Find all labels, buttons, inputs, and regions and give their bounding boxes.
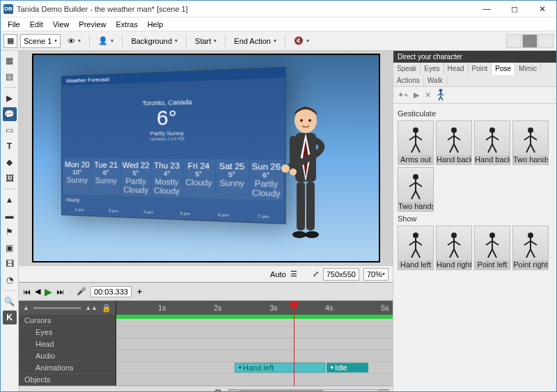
tool-film[interactable]: 🎞: [3, 257, 17, 271]
layout-2[interactable]: [522, 34, 538, 48]
tool-zoom[interactable]: 🔍: [3, 295, 17, 308]
lane-cursors[interactable]: [116, 315, 393, 327]
footer-align-icon[interactable]: ☰: [290, 269, 297, 279]
layout-3[interactable]: [538, 34, 554, 48]
canvas[interactable]: Weather Forecast Toronto, Canada 6° Part…: [32, 54, 380, 262]
track-head[interactable]: Head: [19, 338, 116, 350]
lane-head[interactable]: [116, 338, 393, 350]
tl-magnet-icon[interactable]: ∪: [48, 389, 54, 391]
character[interactable]: [274, 101, 337, 254]
track-animations[interactable]: Animations: [19, 362, 116, 374]
timeline-grid[interactable]: 1s2s3s4s5s6s7s ✦Hand left ✦ Idle: [116, 301, 393, 386]
tab-eyes[interactable]: Eyes: [421, 63, 444, 75]
tl-next[interactable]: ⏭: [56, 288, 64, 296]
pose-thumb[interactable]: Hand back left: [436, 120, 472, 165]
tab-mimic[interactable]: Mimic: [515, 63, 541, 75]
tl-prev[interactable]: ◀: [35, 287, 40, 296]
rp-character-icon[interactable]: [437, 88, 445, 102]
tool-thumbnails[interactable]: ▦: [3, 54, 17, 68]
clip-hand-left[interactable]: ✦Hand left: [235, 363, 325, 373]
tl-add[interactable]: ＋: [136, 286, 143, 297]
tool-note[interactable]: ▭: [3, 123, 17, 137]
track-eyes[interactable]: Eyes: [19, 327, 116, 338]
track-objects[interactable]: Objects: [19, 374, 116, 386]
tool-flag[interactable]: ⚑: [3, 225, 17, 239]
maximize-button[interactable]: ◻: [501, 1, 528, 17]
minimize-button[interactable]: —: [473, 1, 501, 17]
rp-play-icon[interactable]: ▶: [414, 91, 419, 100]
tool-balloon[interactable]: 💬: [3, 107, 17, 121]
tl-layer-select[interactable]: (none) ⇅: [119, 389, 154, 392]
toolbar-grid-icon[interactable]: ▦: [3, 34, 17, 48]
tool-slides[interactable]: ▤: [3, 70, 17, 84]
playhead[interactable]: [294, 301, 295, 386]
tool-pointer[interactable]: ▲: [3, 193, 17, 207]
menu-edit[interactable]: Edit: [26, 19, 47, 30]
tab-pose[interactable]: Pose: [492, 63, 515, 75]
footer-fit-icon[interactable]: ⤢: [313, 269, 319, 279]
tl-lock-icon[interactable]: 🔒: [102, 304, 111, 313]
layout-1[interactable]: [506, 34, 521, 48]
sb-left[interactable]: ◂: [228, 389, 238, 392]
tool-clock[interactable]: ◔: [3, 273, 17, 287]
footer-dims[interactable]: 750x550: [323, 268, 359, 281]
lane-audio[interactable]: [116, 350, 393, 362]
tool-button[interactable]: ▬: [3, 209, 17, 223]
sb-thumb[interactable]: [240, 390, 323, 392]
rp-add-icon[interactable]: ✦+: [398, 91, 408, 100]
mute-dropdown[interactable]: 🔇 ▾: [290, 36, 313, 45]
menu-view[interactable]: View: [49, 19, 74, 30]
track-cursors[interactable]: Cursors: [19, 315, 116, 327]
tool-zone[interactable]: ▣: [3, 241, 17, 255]
rp-delete-icon[interactable]: ✕: [425, 91, 431, 100]
tool-k[interactable]: K: [3, 311, 17, 324]
tl-headphones-icon[interactable]: 🎧: [213, 389, 223, 391]
tab-point[interactable]: Point: [469, 63, 492, 75]
tl-zoom-in-icon[interactable]: ▲▲: [85, 304, 97, 311]
tl-layer-icon[interactable]: ▤: [107, 389, 113, 391]
tab-actions[interactable]: Actions: [393, 75, 424, 86]
footer-zoom[interactable]: 70% ▾: [363, 268, 389, 281]
lane-eyes[interactable]: [116, 327, 393, 338]
tab-head[interactable]: Head: [444, 63, 469, 75]
pose-thumb[interactable]: Two hands forw: [398, 167, 434, 212]
menu-extras[interactable]: Extras: [111, 19, 141, 30]
sb-track[interactable]: [239, 389, 378, 392]
tl-zoom-out-icon[interactable]: ▲: [23, 304, 29, 311]
lane-animations[interactable]: ✦Hand left ✦ Idle: [116, 362, 393, 374]
clip-idle[interactable]: ✦ Idle: [327, 363, 368, 373]
lane-objects[interactable]: [116, 374, 393, 386]
tool-text[interactable]: T: [3, 139, 17, 153]
tl-footer-icon1[interactable]: ▥: [23, 389, 30, 391]
end-action-dropdown[interactable]: End Action ▾: [230, 37, 281, 45]
track-audio[interactable]: Audio: [19, 350, 116, 362]
tl-footer-icon2[interactable]: ◧: [36, 389, 42, 391]
tool-play-icon[interactable]: ▶: [3, 91, 17, 105]
menu-file[interactable]: File: [3, 19, 24, 30]
tab-speak[interactable]: Speak: [393, 63, 421, 75]
background-dropdown[interactable]: Background ▾: [127, 37, 182, 45]
tab-walk[interactable]: Walk: [424, 75, 447, 86]
pose-thumb[interactable]: Arms out: [398, 120, 434, 165]
footer-auto[interactable]: Auto: [270, 270, 286, 279]
pose-thumb[interactable]: Two hands back: [512, 120, 549, 165]
character-dropdown[interactable]: 👤 ▾: [94, 36, 118, 45]
scene-selector[interactable]: Scene 1▾: [20, 34, 61, 48]
timeline-scrollbar[interactable]: ◂ ▸: [228, 389, 389, 392]
pose-thumb[interactable]: Hand right: [436, 226, 472, 270]
pose-thumb[interactable]: Hand back right: [474, 120, 510, 165]
tool-image[interactable]: 🖼: [3, 171, 17, 185]
visibility-dropdown[interactable]: 👁 ▾: [63, 37, 85, 45]
menu-preview[interactable]: Preview: [74, 19, 110, 30]
sb-right[interactable]: ▸: [379, 389, 389, 392]
menu-help[interactable]: Help: [143, 19, 168, 30]
pose-thumb[interactable]: Point left: [474, 226, 510, 270]
tl-mic-icon[interactable]: 🎤: [77, 287, 86, 296]
pose-thumb[interactable]: Hand left: [398, 226, 434, 270]
pose-thumb[interactable]: Point right: [512, 226, 549, 270]
tl-play[interactable]: ▶: [45, 286, 52, 297]
tl-first[interactable]: ⏮: [23, 288, 31, 296]
close-button[interactable]: ✕: [528, 1, 556, 17]
tool-shape[interactable]: ◆: [3, 155, 17, 169]
timeline-ruler[interactable]: 1s2s3s4s5s6s7s: [116, 301, 393, 315]
